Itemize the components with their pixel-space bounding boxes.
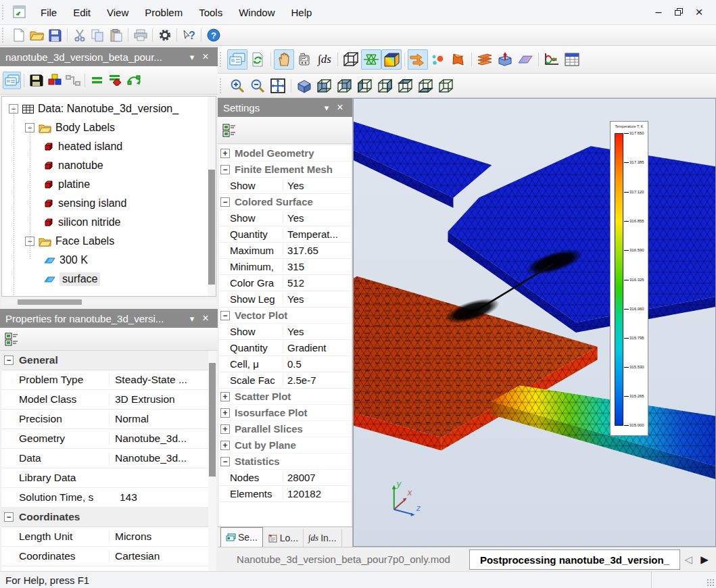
cube-view-left-button[interactable]: [355, 76, 375, 96]
property-group-general[interactable]: − General: [1, 351, 216, 370]
collapse-icon[interactable]: −: [4, 356, 14, 365]
menu-help[interactable]: Help: [283, 1, 320, 24]
tab-scroll-left-icon[interactable]: ◁: [680, 554, 696, 566]
collapse-icon[interactable]: −: [4, 512, 14, 522]
scatter-button[interactable]: [428, 49, 448, 70]
solid-view-button[interactable]: [294, 76, 314, 96]
project-panel-header[interactable]: nanotube_3d_version_beta_pour... ▾ ×: [0, 47, 218, 66]
3d-viewport[interactable]: y x z Temperature T, K 317.650 317.385 3…: [353, 98, 716, 547]
tab-model-document[interactable]: Nanotube_3d_version_beta_pour7p0_only.mo…: [218, 554, 469, 565]
tab-settings[interactable]: Se...: [220, 527, 263, 547]
mesh-button[interactable]: [361, 49, 381, 70]
categorize-button[interactable]: [220, 122, 239, 139]
colored-surface-button[interactable]: [381, 49, 402, 70]
menu-view[interactable]: View: [99, 1, 137, 24]
cube-view-top-button[interactable]: [396, 76, 416, 96]
tree-item-body[interactable]: sensing island: [2, 194, 216, 213]
copy-button[interactable]: [89, 26, 107, 44]
rotate-bodies-button[interactable]: [124, 72, 143, 89]
cut-plane-button[interactable]: [515, 49, 535, 70]
collapse-icon[interactable]: −: [220, 311, 230, 320]
panel-menu-icon[interactable]: ▾: [185, 314, 199, 324]
panel-menu-icon[interactable]: ▾: [185, 52, 199, 62]
settings-row[interactable]: Show LegYes: [219, 291, 351, 308]
collapse-icon[interactable]: −: [220, 457, 230, 466]
collapse-icon[interactable]: −: [220, 165, 230, 174]
tab-postprocessing-document[interactable]: Postprocessing nanotube_3d_version_: [469, 549, 680, 570]
parallel-slices-button[interactable]: [475, 49, 495, 70]
panel-menu-icon[interactable]: ▾: [320, 103, 333, 113]
tree-item-face[interactable]: 300 K: [2, 251, 216, 270]
settings-panel-button[interactable]: [227, 49, 247, 70]
tab-local-values[interactable]: Lo...: [263, 529, 304, 547]
property-row[interactable]: Solution Time, s143: [1, 488, 216, 508]
cube-view-front-button[interactable]: [314, 76, 335, 96]
integral-button[interactable]: ∫ds: [314, 49, 335, 70]
zoom-extents-button[interactable]: [268, 76, 288, 96]
isosurface-button[interactable]: [448, 49, 469, 70]
app-icon[interactable]: [12, 5, 27, 20]
local-values-button[interactable]: [294, 49, 314, 70]
settings-row[interactable]: ShowYes: [219, 178, 351, 194]
categorize-button[interactable]: [3, 330, 21, 348]
vectors-button[interactable]: [408, 49, 428, 70]
settings-panel-header[interactable]: Settings ▾ ×: [218, 98, 352, 117]
tree-item-body[interactable]: platine: [2, 175, 216, 194]
property-row[interactable]: GeometryNanotube_3d...: [1, 429, 216, 449]
settings-row[interactable]: Maximum317.65: [219, 243, 351, 259]
expand-icon[interactable]: +: [220, 392, 230, 401]
tree-item-body[interactable]: silicon nitride: [2, 213, 216, 232]
scrollbar-thumb[interactable]: [18, 299, 82, 305]
pan-button[interactable]: [274, 49, 294, 70]
settings-row[interactable]: QuantityGradient: [219, 340, 351, 356]
zoom-out-button[interactable]: [247, 76, 268, 96]
panel-close-icon[interactable]: ×: [199, 51, 212, 63]
save-model-button[interactable]: [27, 72, 45, 89]
settings-row[interactable]: Elements120182: [219, 486, 351, 502]
cube-view-bottom-button[interactable]: [416, 76, 436, 96]
cut-model-button[interactable]: [495, 49, 515, 70]
property-row[interactable]: Problem TypeSteady-State ...: [1, 370, 216, 390]
panel-close-icon[interactable]: ×: [333, 101, 347, 114]
new-document-button[interactable]: [9, 26, 28, 44]
expand-icon[interactable]: +: [220, 424, 230, 434]
close-button[interactable]: ×: [689, 4, 709, 20]
scrollbar-thumb[interactable]: [209, 363, 216, 476]
menu-file[interactable]: File: [32, 1, 65, 24]
expand-icon[interactable]: +: [220, 408, 230, 418]
menu-problem[interactable]: Problem: [137, 1, 191, 24]
help-button[interactable]: ?: [204, 26, 222, 44]
cut-button[interactable]: [70, 26, 89, 44]
tree-item-face-labels[interactable]: − Face Labels: [2, 232, 216, 251]
property-row[interactable]: Length UnitMicrons: [1, 527, 216, 547]
settings-group-fem[interactable]: −Finite Element Mesh: [219, 162, 351, 178]
property-row[interactable]: Model Class3D Extrusion: [1, 390, 216, 410]
property-row[interactable]: CoordinatesCartesian: [1, 547, 216, 566]
panel-close-icon[interactable]: ×: [199, 312, 212, 324]
toolbar-gripper[interactable]: [220, 52, 224, 67]
settings-row[interactable]: ShowYes: [219, 210, 351, 226]
settings-row[interactable]: Color Gra512: [219, 275, 351, 291]
settings-group-isosurface-plot[interactable]: +Isosurface Plot: [219, 405, 351, 421]
settings-group-model-geometry[interactable]: +Model Geometry: [219, 145, 351, 162]
properties-panel-header[interactable]: Properties for nanotube_3d_versi... ▾ ×: [0, 309, 218, 328]
properties-vertical-scrollbar[interactable]: [208, 351, 216, 571]
paste-button[interactable]: [107, 26, 125, 44]
refresh-button[interactable]: [247, 49, 268, 70]
settings-row[interactable]: Scale Fac2.5e-7: [219, 372, 351, 389]
restore-button[interactable]: [669, 4, 689, 20]
tree-item-body[interactable]: heated island: [2, 137, 216, 156]
equals-button[interactable]: [88, 72, 106, 89]
settings-row[interactable]: Nodes28007: [219, 470, 351, 486]
settings-group-cut-by-plane[interactable]: +Cut by Plane: [219, 437, 351, 454]
context-help-button[interactable]: ?: [180, 26, 198, 44]
settings-group-statistics[interactable]: −Statistics: [219, 454, 351, 470]
settings-row[interactable]: QuantityTemperat...: [219, 226, 351, 243]
wireframe-button[interactable]: [341, 49, 361, 70]
tree-item-data-root[interactable]: − Data: Nanotube_3d_version_: [2, 99, 216, 118]
tab-integrals[interactable]: ∫ds In...: [304, 529, 341, 547]
collapse-icon[interactable]: −: [220, 197, 230, 207]
cube-view-iso-button[interactable]: [436, 76, 456, 96]
settings-group-vector-plot[interactable]: −Vector Plot: [219, 308, 351, 324]
tree-item-body-labels[interactable]: − Body Labels: [2, 118, 216, 137]
